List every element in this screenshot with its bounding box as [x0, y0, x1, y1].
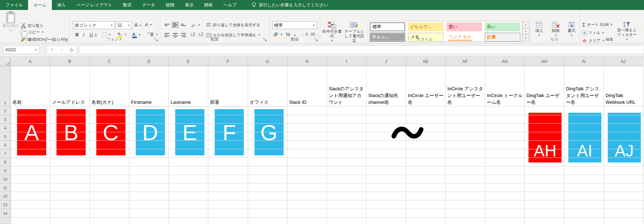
header-cell-B1[interactable]: メールアドレス [50, 66, 89, 107]
tab-ホーム[interactable]: ホーム [28, 0, 52, 10]
shape-block-E[interactable]: E [175, 109, 204, 155]
row-header-5[interactable]: 5 [0, 132, 11, 141]
header-cell-AE1[interactable]: InCircle ユーザー名 [407, 66, 445, 107]
paste-button[interactable]: 貼り付け ▼ [2, 12, 19, 33]
decrease-indent-button[interactable] [190, 32, 195, 37]
column-header-J[interactable]: J [366, 57, 406, 66]
cell-style-normal[interactable]: 標準 [370, 22, 405, 31]
cancel-formula-icon[interactable]: ✕ [50, 47, 54, 52]
shape-block-F[interactable]: F [215, 109, 244, 155]
header-cell-H1[interactable]: Slack ID [288, 66, 327, 107]
column-header-AJ[interactable]: AJ [604, 57, 643, 66]
gallery-scroll-down[interactable]: ▼ [522, 28, 529, 35]
column-header-H[interactable]: H [288, 57, 327, 66]
tilde-annotation-shape[interactable] [391, 125, 424, 142]
orientation-button[interactable]: ab ▼ [191, 22, 200, 27]
row-header-6[interactable]: 6 [0, 141, 11, 149]
fill-button[interactable]: フィル ▼ [582, 30, 605, 36]
row-header-12[interactable]: 12 [0, 192, 11, 201]
header-cell-G1[interactable]: オフィス [248, 66, 287, 107]
column-header-A[interactable]: A [11, 57, 50, 66]
tab-開発[interactable]: 開発 [199, 0, 218, 10]
header-cell-D1[interactable]: Firstname [130, 66, 168, 107]
tell-me-box[interactable]: 実行したい作業を入力してください [252, 0, 328, 10]
header-cell-F1[interactable]: 部署 [209, 66, 247, 107]
row-header-13[interactable]: 13 [0, 201, 11, 209]
align-bottom-button[interactable] [180, 22, 187, 28]
enter-formula-icon[interactable]: ✓ [60, 47, 64, 52]
row-header-1[interactable]: 1 [0, 66, 11, 107]
tab-データ[interactable]: データ [137, 0, 161, 10]
insert-function-icon[interactable]: fx [70, 47, 73, 53]
row-header-10[interactable]: 10 [0, 175, 11, 183]
shape-block-AI[interactable]: AI [568, 113, 601, 162]
tab-挿入[interactable]: 挿入 [52, 0, 71, 10]
column-header-AH[interactable]: AH [525, 57, 564, 66]
cell-style-bad[interactable]: 悪い [446, 22, 482, 31]
header-cell-AI1[interactable]: DingTalk アシスタント用ユーザー名 [565, 66, 603, 107]
cut-button[interactable]: 切り取り [21, 23, 44, 28]
tab-ヘルプ[interactable]: ヘルプ [218, 0, 242, 10]
increase-decimal-button[interactable]: ←.0 [301, 32, 308, 36]
font-size-combo[interactable]: 11 ▼ [116, 21, 132, 29]
select-all-corner[interactable] [0, 57, 11, 66]
tab-校閲[interactable]: 校閲 [161, 0, 180, 10]
column-header-AF[interactable]: AF [446, 57, 485, 66]
autosum-button[interactable]: Σ オート SUM ▼ [582, 22, 613, 28]
shape-block-AH[interactable]: AH [528, 113, 562, 162]
gallery-scroll-up[interactable]: ▲ [522, 21, 529, 28]
header-cell-AJ1[interactable]: DingTalk Webhook URL [604, 66, 643, 107]
row-header-3[interactable]: 3 [0, 115, 11, 124]
cell-style-good[interactable]: 良い [485, 22, 520, 31]
row-header-8[interactable]: 8 [0, 158, 11, 166]
row-header-4[interactable]: 4 [0, 124, 11, 132]
align-middle-button[interactable] [172, 22, 179, 28]
column-header-G[interactable]: G [248, 57, 288, 66]
font-dialog-launcher[interactable] [154, 38, 158, 42]
name-box[interactable]: AO22 ▼ [3, 46, 40, 54]
accounting-format-button[interactable]: ▼ [273, 32, 283, 37]
shape-block-D[interactable]: D [136, 109, 165, 155]
tab-表示[interactable]: 表示 [180, 0, 199, 10]
cell-style-neutral[interactable]: どちらで... [408, 22, 444, 31]
increase-indent-button[interactable] [199, 32, 204, 37]
header-cell-E1[interactable]: Lastname [169, 66, 208, 107]
increase-font-button[interactable]: A▲ [134, 22, 141, 28]
tab-ページ レイアウト[interactable]: ページ レイアウト [71, 0, 118, 10]
row-header-14[interactable]: 14 [0, 209, 11, 218]
decrease-decimal-button[interactable]: .00→ [310, 32, 318, 36]
row-header-2[interactable]: 2 [0, 107, 11, 115]
format-cells-button[interactable]: 書式 ▼ [565, 21, 578, 38]
column-header-C[interactable]: C [90, 57, 129, 66]
wrap-text-button[interactable]: 折り返して全体を表示する [206, 22, 261, 28]
copy-button[interactable]: コピー ▼ [21, 30, 44, 35]
formula-input[interactable] [79, 46, 644, 54]
column-header-B[interactable]: B [50, 57, 90, 66]
column-header-I[interactable]: I [327, 57, 366, 66]
row-header-11[interactable]: 11 [0, 183, 11, 192]
delete-cells-button[interactable]: 削除 ▼ [548, 21, 563, 38]
align-top-button[interactable] [163, 22, 171, 28]
header-cell-AG1[interactable]: InCircle トークルーム名 [485, 66, 524, 107]
column-header-F[interactable]: F [208, 57, 248, 66]
find-select-button[interactable]: 検索と 選択 [639, 21, 644, 37]
shape-block-C[interactable]: C [96, 109, 125, 155]
column-header-AG[interactable]: AG [485, 57, 525, 66]
insert-cells-button[interactable]: 挿入 ▼ [532, 21, 547, 38]
column-header-E[interactable]: E [169, 57, 208, 66]
column-header-AE[interactable]: AE [406, 57, 446, 66]
clipboard-dialog-launcher[interactable] [64, 38, 68, 42]
number-format-combo[interactable]: 標準 ▼ [272, 21, 317, 29]
header-cell-AF1[interactable]: InCircle アシスタント用ユーザー名 [446, 66, 485, 107]
number-dialog-launcher[interactable] [314, 38, 318, 42]
shape-block-B[interactable]: B [57, 109, 86, 155]
column-header-AI[interactable]: AI [564, 57, 604, 66]
tab-数式[interactable]: 数式 [118, 0, 137, 10]
header-cell-C1[interactable]: 名前(カナ) [90, 66, 129, 107]
row-header-7[interactable]: 7 [0, 149, 11, 158]
header-cell-I1[interactable]: Slackのアシスタント用通知アカウント [327, 66, 366, 107]
comma-style-button[interactable]: , [294, 31, 295, 37]
alignment-dialog-launcher[interactable] [263, 38, 267, 42]
header-cell-A1[interactable]: 名前 [11, 66, 50, 107]
shape-block-G[interactable]: G [254, 109, 284, 155]
